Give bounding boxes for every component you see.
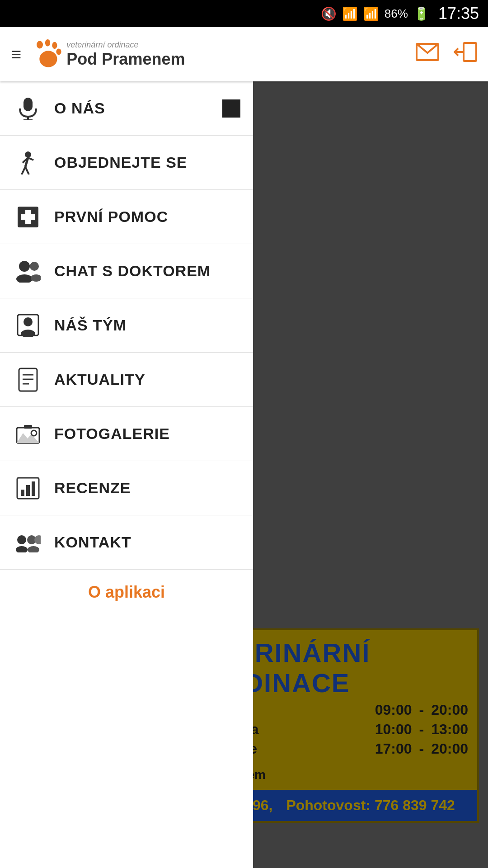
sidebar-item-chat-s-doktorem[interactable]: CHAT S DOKTOREM [0, 244, 253, 298]
svg-rect-35 [21, 490, 24, 496]
header-left: ≡ veterinární ordinace Pod Pramenem [11, 38, 185, 70]
sidebar-item-label: RECENZE [54, 479, 131, 497]
status-icons: 🔇 📶 📶 86% 🔋 17:35 [321, 4, 479, 23]
svg-point-3 [56, 48, 61, 55]
about-app-button[interactable]: O aplikaci [0, 570, 253, 615]
sidebar-item-label: PRVNÍ POMOC [54, 208, 168, 226]
main-content: m bylaé doby uplynuloo. novinkách vežívá… [0, 81, 488, 868]
mute-icon: 🔇 [321, 6, 337, 21]
svg-point-0 [37, 41, 43, 49]
svg-point-4 [40, 51, 57, 67]
svg-point-1 [45, 39, 50, 46]
sidebar-item-label: CHAT S DOKTOREM [54, 262, 211, 280]
sidebar-item-aktuality[interactable]: AKTUALITY [0, 353, 253, 407]
svg-point-25 [21, 330, 35, 337]
tablet-icon [14, 366, 42, 393]
sidebar-item-label: FOTOGALERIE [54, 425, 170, 443]
app-header: ≡ veterinární ordinace Pod Pramenem [0, 27, 488, 81]
sidebar-item-o-nas[interactable]: O NÁS [0, 81, 253, 136]
paw-logo-icon [30, 38, 62, 70]
sidebar-item-label: OBJEDNEJTE SE [54, 154, 188, 171]
sidebar-item-label: AKTUALITY [54, 371, 145, 388]
header-right [416, 42, 477, 66]
logo-small: veterinární ordinace [66, 40, 185, 50]
svg-point-21 [30, 262, 39, 271]
photo-icon [14, 420, 42, 448]
battery-icon: 🔋 [413, 6, 429, 21]
logo-text-block: veterinární ordinace Pod Pramenem [66, 40, 185, 69]
svg-point-39 [16, 546, 28, 552]
svg-point-38 [17, 535, 26, 544]
chart-icon [14, 475, 42, 502]
svg-point-10 [25, 151, 31, 158]
mail-icon[interactable] [416, 43, 439, 66]
logo-container: veterinární ordinace Pod Pramenem [30, 38, 185, 70]
svg-point-42 [34, 535, 41, 544]
svg-point-22 [31, 274, 41, 282]
about-app-label: O aplikaci [88, 583, 165, 602]
notification-badge [222, 99, 240, 118]
svg-point-19 [19, 261, 30, 272]
sidebar-item-fotogalerie[interactable]: FOTOGALERIE [0, 407, 253, 461]
svg-line-12 [22, 167, 25, 175]
sidebar-item-label: KONTAKT [54, 533, 131, 551]
svg-line-13 [25, 167, 29, 175]
sidebar-item-prvni-pomoc[interactable]: PRVNÍ POMOC [0, 190, 253, 244]
svg-rect-37 [32, 481, 35, 496]
svg-point-20 [16, 274, 33, 283]
svg-line-15 [28, 158, 33, 160]
svg-rect-7 [23, 98, 33, 111]
svg-rect-36 [26, 485, 30, 496]
wifi-icon: 📶 [342, 6, 358, 21]
svg-point-2 [52, 42, 57, 49]
sidebar-item-label: NÁŠ TÝM [54, 316, 127, 334]
status-time: 17:35 [438, 4, 479, 23]
sidebar-item-nas-tym[interactable]: NÁŠ TÝM [0, 298, 253, 353]
status-bar: 🔇 📶 📶 86% 🔋 17:35 [0, 0, 488, 27]
battery-level: 86% [385, 7, 408, 21]
contact-icon [14, 529, 42, 556]
svg-point-32 [31, 430, 37, 436]
walk-icon [14, 149, 42, 176]
svg-rect-33 [24, 425, 32, 429]
login-icon[interactable] [454, 42, 477, 66]
mic-icon [14, 95, 42, 122]
hamburger-button[interactable]: ≡ [11, 44, 21, 65]
sidebar-item-label: O NÁS [54, 99, 105, 117]
sidebar-item-kontakt[interactable]: KONTAKT [0, 515, 253, 570]
nav-drawer: O NÁS OBJEDNEJTE SE [0, 81, 253, 868]
chat-doctor-icon [14, 258, 42, 285]
team-icon [14, 312, 42, 339]
svg-point-41 [28, 546, 39, 552]
svg-point-24 [23, 317, 33, 326]
sidebar-item-objednejte-se[interactable]: OBJEDNEJTE SE [0, 136, 253, 190]
logo-main: Pod Pramenem [66, 50, 185, 69]
svg-rect-18 [21, 214, 35, 220]
sidebar-item-recenze[interactable]: RECENZE [0, 461, 253, 515]
svg-rect-6 [464, 43, 476, 61]
first-aid-icon [14, 203, 42, 231]
signal-icon: 📶 [363, 6, 379, 21]
